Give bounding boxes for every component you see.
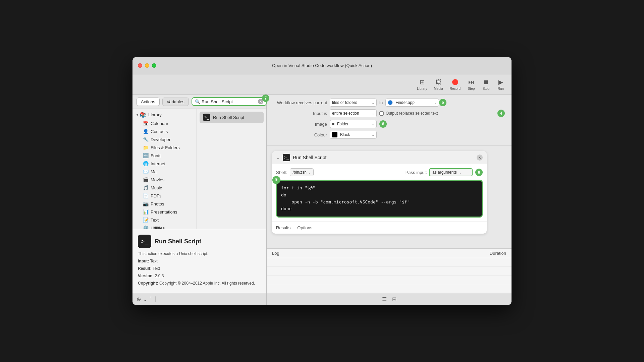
tabs-bar: Actions Variables 🔍 ✕ 7 (132, 95, 266, 109)
workflow-input-is-value: entire selection (332, 111, 359, 116)
code-editor[interactable]: 9 for f in "$@" do open -n -b "com.micro… (276, 180, 483, 218)
run-label: Run (498, 87, 504, 90)
desc-result-value: Text (153, 266, 160, 271)
sidebar-item-text[interactable]: 📝Text (132, 216, 197, 224)
sidebar-item-label: Calendar (151, 121, 168, 126)
badge-5: 5 (439, 99, 446, 106)
desc-version: Version: 2.0.3 (138, 273, 261, 279)
sidebar-item-mail[interactable]: ✉️Mail (132, 168, 197, 176)
workflow-input-is-select[interactable]: entire selection ⌄ (330, 109, 377, 117)
close-button[interactable] (138, 63, 142, 68)
stop-icon: ⏹ (482, 78, 490, 86)
sidebar-item-pdfs[interactable]: 📄PDFs (132, 192, 197, 200)
sidebar-items-container: 📅Calendar👤Contacts🔧Developer📁Files & Fol… (132, 119, 197, 229)
action-header-icon: >_ (283, 154, 290, 161)
sidebar-item-label: Fonts (151, 153, 162, 158)
sidebar-item-music[interactable]: 🎵Music (132, 184, 197, 192)
plus-icon[interactable]: ⊕ (137, 296, 141, 302)
desc-result-label: Result: (138, 266, 152, 271)
workflow-image-select[interactable]: = Folder ⌄ (330, 120, 377, 128)
action-collapse-icon[interactable]: ⌄ (276, 155, 280, 160)
left-panel: Actions Variables 🔍 ✕ 7 ▾ 📚 Library (132, 95, 267, 305)
toolbar-media[interactable]: 🖼 Media (434, 78, 443, 90)
panel-body: ▾ 📚 Library 📅Calendar👤Contacts🔧Developer… (132, 109, 266, 229)
toolbar-record[interactable]: Record (450, 78, 461, 90)
sidebar-item-fonts[interactable]: 🔤Fonts (132, 152, 197, 160)
sidebar-item-internet[interactable]: 🌐Internet (132, 160, 197, 168)
sidebar-item-label: Developer (151, 137, 170, 142)
badge-4: 4 (497, 110, 505, 117)
sidebar-item-developer[interactable]: 🔧Developer (132, 135, 197, 143)
workflow-receives-label: Workflow receives current (273, 100, 327, 105)
sidebar-item-files-and-folders[interactable]: 📁Files & Folders (132, 143, 197, 152)
sidebar-item-icon: 📁 (143, 144, 149, 150)
list-view-icon[interactable]: ☰ (382, 296, 387, 302)
sidebar-item-icon: 📄 (143, 193, 149, 199)
sidebar-item-contacts[interactable]: 👤Contacts (132, 127, 197, 135)
sidebar-item-utilities[interactable]: ⚙️Utilities (132, 224, 197, 229)
in-label: in (379, 100, 383, 105)
toolbar-step[interactable]: ⏭ Step (467, 78, 475, 90)
chevron-down-icon: ▾ (137, 113, 138, 117)
sidebar-item-label: Files & Folders (151, 145, 180, 150)
sidebar-item-label: Music (151, 185, 162, 190)
workflow-in-value: Finder.app (395, 100, 415, 105)
badge-8: 8 (475, 169, 483, 176)
shell-row: Shell: /bin/zsh ⌄ Pass input: as argumen… (276, 168, 483, 176)
sidebar-item-label: Text (151, 218, 159, 223)
sidebar-item-presentations[interactable]: 📊Presentations (132, 208, 197, 216)
action-card-body: Shell: /bin/zsh ⌄ Pass input: as argumen… (272, 164, 487, 222)
sidebar-section-library[interactable]: ▾ 📚 Library (132, 110, 197, 119)
workflow-row-receives: Workflow receives current files or folde… (273, 99, 505, 107)
tab-actions[interactable]: Actions (137, 98, 160, 106)
desc-header: >_ Run Shell Script (138, 235, 261, 248)
search-input[interactable] (202, 99, 258, 104)
workflow-colour-select[interactable]: Black ⌄ (330, 131, 377, 139)
pass-input-select[interactable]: as arguments ⌄ (429, 168, 473, 176)
shell-select[interactable]: /bin/zsh ⌄ (290, 168, 314, 176)
tab-results[interactable]: Results (276, 225, 290, 231)
tab-variables[interactable]: Variables (162, 98, 189, 106)
sidebar-item-label: Movies (151, 177, 164, 182)
workflow-in-select[interactable]: 🔵 Finder.app ⌄ (385, 99, 439, 107)
action-footer: Results Options (272, 222, 487, 234)
toolbar-run[interactable]: ▶ Run (497, 78, 505, 90)
minimize-button[interactable] (145, 63, 149, 68)
action-close-button[interactable]: ✕ (477, 155, 483, 161)
grid-view-icon[interactable]: ⊟ (392, 296, 396, 302)
toolbar-library[interactable]: ⊞ Library (417, 78, 427, 90)
search-result-run-shell-script[interactable]: >_ Run Shell Script (200, 112, 264, 123)
toolbar-stop[interactable]: ⏹ Stop (482, 78, 490, 90)
desc-icon: >_ (138, 235, 151, 248)
description-area: >_ Run Shell Script This action executes… (132, 229, 266, 293)
share-icon[interactable]: ⬜ (149, 296, 156, 302)
action-card: ⌄ >_ Run Shell Script ✕ Shell: /bin/zsh … (272, 151, 487, 234)
record-label: Record (450, 87, 461, 90)
output-replaces-checkbox[interactable] (379, 111, 384, 116)
receives-arrow-icon: ⌄ (372, 101, 374, 105)
sidebar-list: ▾ 📚 Library 📅Calendar👤Contacts🔧Developer… (132, 109, 197, 229)
workflow-receives-select[interactable]: files or folders ⌄ (330, 99, 377, 107)
workflow-header: Workflow receives current files or folde… (267, 95, 512, 146)
search-container: 🔍 ✕ 7 (192, 97, 267, 106)
sidebar-item-movies[interactable]: 🎬Movies (132, 176, 197, 184)
sidebar-item-calendar[interactable]: 📅Calendar (132, 119, 197, 127)
chevron-icon[interactable]: ⌄ (143, 296, 147, 302)
output-replaces-area: Output replaces selected text (379, 111, 438, 116)
bottom-bar-right: ☰ ⊟ (267, 293, 512, 305)
tab-options[interactable]: Options (297, 225, 312, 231)
sidebar-item-photos[interactable]: 📷Photos (132, 200, 197, 208)
step-icon: ⏭ (467, 78, 475, 86)
pass-input-label: Pass input: (406, 170, 427, 175)
workflow-image-value: Folder (337, 122, 348, 126)
workflow-image-label: Image (273, 122, 327, 127)
sidebar-item-icon: 🌐 (143, 161, 149, 167)
sidebar-item-icon: 📷 (143, 201, 149, 207)
maximize-button[interactable] (152, 63, 156, 68)
sidebar-item-label: Contacts (151, 129, 168, 134)
input-arrow-icon: ⌄ (372, 112, 374, 115)
desc-input-label: Input: (138, 259, 149, 263)
desc-input: Input: Text (138, 258, 261, 264)
code-content: for f in "$@" do open -n -b "com.microso… (281, 185, 478, 213)
desc-version-value: 2.0.3 (155, 274, 164, 278)
